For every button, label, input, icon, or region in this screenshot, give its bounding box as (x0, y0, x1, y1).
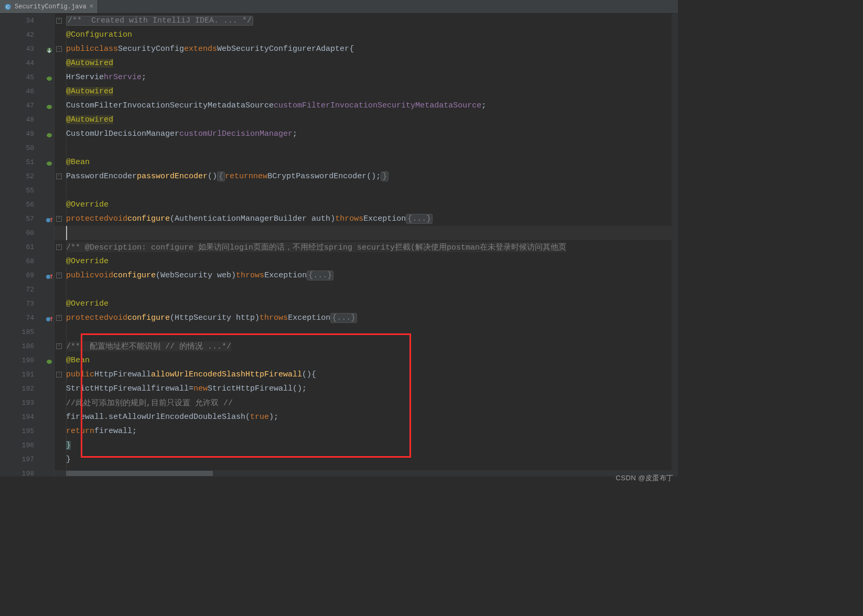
code-line: //此处可添加别的规则,目前只设置 允许双 // (55, 396, 678, 410)
code-line: @Bean (55, 155, 678, 169)
code-line: return firewall; (55, 424, 678, 438)
svg-text:C: C (6, 4, 10, 9)
code-line (55, 183, 678, 198)
bean-icon[interactable] (46, 73, 53, 81)
line-number: 72 (26, 283, 34, 297)
line-number: 194 (22, 410, 34, 424)
line-number: 46 (26, 84, 34, 99)
line-number: 190 (22, 353, 34, 368)
line-number: 45 (26, 70, 34, 84)
code-line: @Configuration (55, 28, 678, 42)
override-up-icon[interactable] (46, 314, 53, 321)
bean-icon[interactable] (46, 130, 53, 137)
code-line: StrictHttpFirewall firewall = new Strict… (55, 382, 678, 396)
line-number: 50 (26, 141, 34, 155)
tab-spacer (98, 0, 678, 13)
code-line: public HttpFirewall allowUrlEncodedSlash… (55, 368, 678, 382)
line-number: 42 (26, 28, 34, 42)
line-number: 51 (26, 155, 34, 169)
code-line-current (55, 226, 678, 240)
line-number: 48 (26, 113, 34, 127)
svg-point-6 (47, 161, 52, 166)
code-line: @ public void configure(WebSecurity web)… (55, 268, 678, 283)
line-number: 197 (22, 452, 34, 467)
code-line: public class SecurityConfig extends WebS… (55, 42, 678, 56)
tab-label: SecurityConfig.java (15, 3, 87, 10)
code-line: PasswordEncoder passwordEncoder() { retu… (55, 169, 678, 183)
code-line: @ protected void configure(Authenticatio… (55, 212, 678, 226)
code-line: } (55, 452, 678, 467)
code-line: @Autowired (55, 84, 678, 99)
code-line: } (55, 438, 678, 452)
line-number: 73 (26, 297, 34, 311)
bean-icon[interactable] (46, 158, 53, 166)
code-line: @Override (55, 198, 678, 212)
line-number: 56 (26, 198, 34, 212)
override-up-icon[interactable] (46, 215, 53, 222)
line-number: 44 (26, 56, 34, 70)
code-line (55, 141, 678, 155)
svg-point-9 (46, 317, 50, 321)
watermark: CSDN @皮蛋布丁 (616, 473, 674, 483)
code-line: /** @Description: configure 如果访问login页面的… (55, 240, 678, 254)
line-number: 52 (26, 169, 34, 183)
line-number: 47 (26, 99, 34, 113)
svg-point-5 (47, 133, 52, 137)
gutter: 34 42 43 44 45 46 47 48 49 50 51 52 55 5… (0, 14, 55, 477)
line-number: 49 (26, 127, 34, 141)
code-line: firewall.setAllowUrlEncodedDoubleSlash(t… (55, 410, 678, 424)
line-number: 74 (26, 311, 34, 325)
code-line: @Autowired (55, 113, 678, 127)
scrollbar-thumb[interactable] (66, 471, 213, 476)
inherit-icon[interactable] (46, 45, 53, 52)
line-number: 69 (26, 268, 34, 283)
line-number: 68 (26, 254, 34, 268)
code-line: @Autowired (55, 56, 678, 70)
code-line (55, 283, 678, 297)
line-number: 34 (26, 14, 34, 28)
line-number: 196 (22, 438, 34, 452)
editor-tabs: C SecurityConfig.java × (0, 0, 678, 14)
code-line: HrServie hrServie; (55, 70, 678, 84)
line-number: 198 (22, 467, 34, 481)
code-line: @Override (55, 297, 678, 311)
code-line: /** Created with IntelliJ IDEA. ... */ (55, 14, 678, 28)
java-class-icon: C (4, 3, 12, 10)
line-number: 186 (22, 339, 34, 353)
line-number: 55 (26, 183, 34, 198)
code-line: @Bean (55, 353, 678, 368)
code-line: /** 配置地址栏不能识别 // 的情况 ...*/ (55, 339, 678, 353)
code-line: @Override (55, 254, 678, 268)
line-number: 43 (26, 42, 34, 56)
bean-icon[interactable] (46, 356, 53, 364)
svg-point-8 (46, 275, 50, 279)
tab-securityconfig[interactable]: C SecurityConfig.java × (0, 0, 98, 13)
override-up-icon[interactable] (46, 272, 53, 279)
bean-icon[interactable] (46, 102, 53, 109)
caret (66, 226, 67, 240)
line-number: 57 (26, 212, 34, 226)
svg-point-10 (47, 360, 52, 364)
svg-point-4 (47, 105, 52, 109)
code-line: CustomUrlDecisionManager customUrlDecisi… (55, 127, 678, 141)
horizontal-scrollbar[interactable] (55, 470, 678, 477)
line-number: 185 (22, 325, 34, 339)
line-number: 192 (22, 382, 34, 396)
code-area[interactable]: /** Created with IntelliJ IDEA. ... */ @… (55, 14, 678, 477)
vertical-scrollbar[interactable] (672, 14, 678, 477)
code-line (55, 325, 678, 339)
line-number: 60 (26, 226, 34, 240)
tab-close-icon[interactable]: × (90, 3, 93, 10)
line-number: 195 (22, 424, 34, 438)
svg-point-7 (46, 218, 50, 222)
code-line: @ protected void configure(HttpSecurity … (55, 311, 678, 325)
line-number: 193 (22, 396, 34, 410)
code-line: CustomFilterInvocationSecurityMetadataSo… (55, 99, 678, 113)
line-number: 191 (22, 368, 34, 382)
svg-point-3 (47, 77, 52, 81)
editor[interactable]: 34 42 43 44 45 46 47 48 49 50 51 52 55 5… (0, 14, 678, 477)
line-number: 61 (26, 240, 34, 254)
